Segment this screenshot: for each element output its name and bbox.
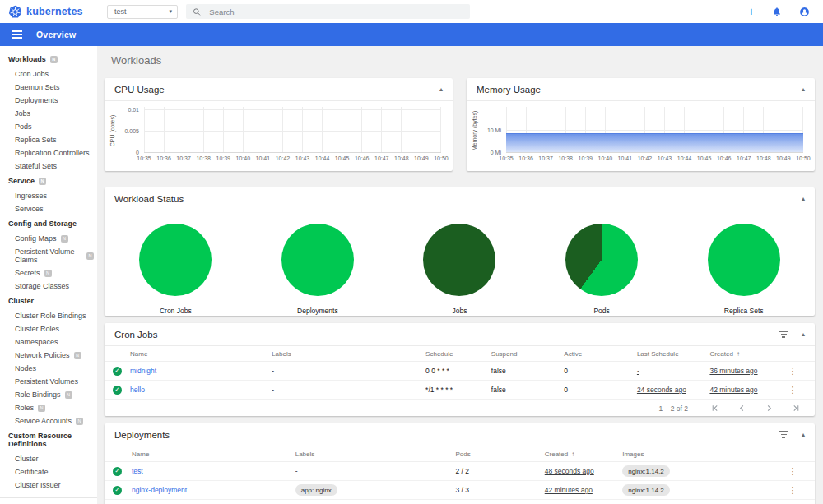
search-icon <box>193 7 201 16</box>
memory-usage-card: Memory Usage ▴ Memory (bytes) 10 Mi 0 Mi… <box>467 78 815 171</box>
notifications-bell-icon[interactable] <box>772 7 782 16</box>
sidebar-item[interactable]: Jobs <box>0 107 97 120</box>
user-account-icon[interactable] <box>799 7 810 17</box>
sidebar-item[interactable]: Namespaces <box>0 335 97 349</box>
sidebar-item[interactable]: Cluster Roles <box>0 322 97 335</box>
sidebar-item[interactable]: Ingresses <box>0 189 97 202</box>
deployment-name-link[interactable]: nginx-deployment <box>132 486 187 494</box>
pagination-range: 1 – 2 of 2 <box>659 405 688 413</box>
sidebar-item[interactable]: Services <box>0 202 97 215</box>
sidebar-item[interactable]: Secrets N <box>0 266 97 280</box>
row-menu-button[interactable]: ⋮ <box>782 467 803 476</box>
card-title: Deployments <box>114 430 170 440</box>
workload-status-card: Workload Status ▴ Cron Jobs Deployments … <box>105 187 815 316</box>
sidebar-item[interactable]: Nodes <box>0 362 97 375</box>
y-tick: 0.005 <box>111 127 139 133</box>
namespace-value: test <box>114 7 127 16</box>
sidebar-section-service[interactable]: Service N <box>0 173 97 189</box>
sidebar-item[interactable]: Service Accounts N <box>0 414 97 428</box>
namespace-selector[interactable]: test ▾ <box>107 5 178 19</box>
table-row[interactable]: ✓ test - 2 / 2 48 seconds ago nginx:1.14… <box>105 462 815 481</box>
collapse-card-button[interactable]: ▴ <box>802 331 805 338</box>
workload-status-pie: Deployments <box>281 224 354 315</box>
sidebar-section-config-storage[interactable]: Config and Storage <box>0 215 97 232</box>
pie-chart <box>139 224 212 296</box>
status-ok-icon: ✓ <box>113 486 122 495</box>
filter-icon[interactable] <box>779 431 788 438</box>
sidebar-item[interactable]: Config Maps N <box>0 232 97 245</box>
prev-page-icon[interactable] <box>738 405 746 412</box>
pagination: 1 – 2 of 2 <box>105 400 815 417</box>
cpu-plot-area: 0.01 0.005 0 <box>144 107 441 153</box>
namespaced-badge: N <box>50 56 58 63</box>
sidebar-item[interactable]: Replica Sets <box>0 133 97 146</box>
sidebar-item[interactable]: Deployments <box>0 94 97 107</box>
sort-created[interactable]: Created↑ <box>545 451 622 458</box>
create-resource-button[interactable]: + <box>748 6 755 17</box>
sidebar-item[interactable]: Replication Controllers <box>0 146 97 160</box>
table-row[interactable]: ✓ midnight - 0 0 * * * false 0 - 36 minu… <box>105 362 815 381</box>
sidebar-item[interactable]: Network Policies N <box>0 349 97 362</box>
namespaced-badge: N <box>86 252 94 260</box>
table-header-row: Name Labels Schedule Suspend Active Last… <box>105 346 815 362</box>
collapse-card-button[interactable]: ▴ <box>802 196 805 202</box>
table-row[interactable]: ✓ hello - */1 * * * * false 0 24 seconds… <box>105 381 815 400</box>
row-menu-button[interactable]: ⋮ <box>782 367 803 376</box>
card-title: Memory Usage <box>477 85 541 95</box>
namespaced-badge: N <box>74 352 81 359</box>
sidebar-item[interactable]: Storage Classes <box>0 280 97 293</box>
brand[interactable]: kubernetes <box>8 5 97 19</box>
sidebar-item[interactable]: Cluster <box>0 452 97 465</box>
page-title: Workloads <box>111 54 815 67</box>
collapse-card-button[interactable]: ▴ <box>802 432 805 438</box>
filter-icon[interactable] <box>779 331 788 338</box>
row-menu-button[interactable]: ⋮ <box>782 386 803 395</box>
sort-created[interactable]: Created↑ <box>709 350 782 358</box>
collapse-card-button[interactable]: ▴ <box>439 86 443 93</box>
sidebar-section-workloads[interactable]: Workloads N <box>0 51 97 67</box>
sidebar-item[interactable]: Pods <box>0 120 97 133</box>
page-toolbar: Overview <box>0 23 823 46</box>
cpu-usage-chart: CPU (cores) 0.01 0.005 0 10:3510:3610:37… <box>105 101 453 170</box>
sidebar-divider <box>0 497 97 498</box>
workload-status-pie: Cron Jobs <box>139 224 212 315</box>
next-page-icon[interactable] <box>765 405 773 412</box>
sidebar-item[interactable]: Cluster Role Bindings <box>0 309 97 322</box>
namespaced-badge: N <box>44 270 52 277</box>
table-row[interactable]: ✓ nginx-deployment app: nginx 3 / 3 42 m… <box>105 481 815 500</box>
sidebar-item[interactable]: Cron Jobs <box>0 67 97 81</box>
status-ok-icon: ✓ <box>113 467 122 476</box>
brand-name: kubernetes <box>26 6 83 17</box>
cronjob-name-link[interactable]: hello <box>130 386 145 394</box>
namespaced-badge: N <box>39 178 46 185</box>
menu-hamburger-icon[interactable] <box>12 30 22 39</box>
collapse-card-button[interactable]: ▴ <box>802 86 805 93</box>
pie-chart <box>423 224 495 296</box>
search-input[interactable] <box>209 7 463 16</box>
sidebar-item[interactable]: Cluster Issuer <box>0 479 97 492</box>
sidebar-item[interactable]: Persistent Volumes <box>0 375 97 388</box>
memory-plot-area: 10 Mi 0 Mi <box>506 107 803 153</box>
pie-label: Jobs <box>453 307 467 315</box>
cronjob-name-link[interactable]: midnight <box>130 367 156 375</box>
sidebar-item[interactable]: Persistent Volume Claims N <box>0 245 97 266</box>
pie-chart <box>281 224 354 296</box>
cpu-usage-card: CPU Usage ▴ CPU (cores) 0.01 0.005 0 10:… <box>105 78 453 171</box>
app-header: kubernetes test ▾ + <box>0 0 823 23</box>
sidebar-item[interactable]: Role Bindings N <box>0 388 97 401</box>
pie-chart <box>565 224 638 296</box>
sidebar-item[interactable]: Certificate <box>0 465 97 479</box>
first-page-icon[interactable] <box>711 405 718 412</box>
sidebar-item[interactable]: Roles N <box>0 401 97 414</box>
namespaced-badge: N <box>61 235 68 243</box>
sidebar-section-cluster[interactable]: Cluster <box>0 293 97 309</box>
row-menu-button[interactable]: ⋮ <box>782 486 803 495</box>
y-tick: 10 Mi <box>473 127 501 132</box>
search-bar[interactable] <box>186 4 470 19</box>
deployment-name-link[interactable]: test <box>132 467 143 475</box>
last-page-icon[interactable] <box>793 405 800 412</box>
y-tick: 0 Mi <box>473 150 501 155</box>
sidebar-section-crd[interactable]: Custom Resource Definitions <box>0 428 97 452</box>
sidebar-item[interactable]: Stateful Sets <box>0 160 97 173</box>
sidebar-item[interactable]: Daemon Sets <box>0 81 97 94</box>
